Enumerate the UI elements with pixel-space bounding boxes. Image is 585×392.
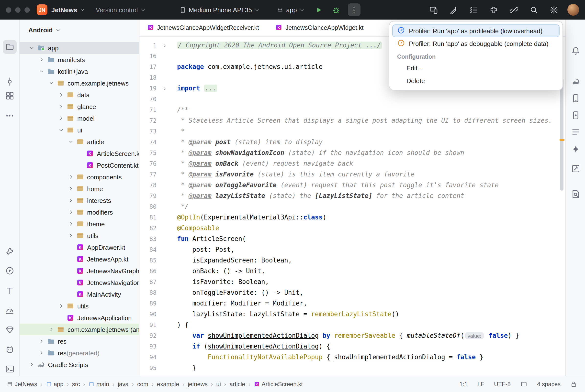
- tree-item-ui[interactable]: ui: [20, 124, 139, 136]
- chevron-right-icon[interactable]: [57, 92, 66, 98]
- gemini-icon[interactable]: [569, 142, 582, 156]
- chevron-right-icon[interactable]: [57, 303, 66, 309]
- line-number[interactable]: 76: [139, 158, 160, 169]
- line-number[interactable]: 78: [139, 180, 160, 190]
- code-line-70[interactable]: 70: [139, 94, 558, 104]
- tree-item-jetnewsapp-kt[interactable]: KJetnewsApp.kt: [20, 253, 139, 265]
- fold-marker-icon[interactable]: [160, 43, 169, 48]
- code-line-90[interactable]: 90 lazyListState: LazyListState = rememb…: [139, 309, 558, 320]
- device-mirroring-icon[interactable]: [427, 4, 440, 16]
- tree-item-utils[interactable]: utils: [20, 230, 139, 242]
- line-number[interactable]: 87: [139, 277, 160, 288]
- breadcrumb-ui[interactable]: ui: [216, 381, 221, 388]
- indent-widget[interactable]: 4 spaces: [537, 381, 560, 388]
- todo-icon[interactable]: [3, 284, 17, 298]
- menu-item-profiler-run-app-as-profileable-low-overhead[interactable]: Profiler: Run 'app' as profileable (low …: [392, 24, 559, 37]
- tree-item-jetnewsnavgraph[interactable]: KJetnewsNavGraph.: [20, 265, 139, 277]
- tree-item-res-generated[interactable]: res (generated): [20, 347, 139, 359]
- code-line-78[interactable]: 78 * @param onToggleFavorite (event) req…: [139, 180, 558, 190]
- line-number[interactable]: 82: [139, 223, 160, 234]
- breadcrumb-java[interactable]: java: [118, 381, 129, 388]
- line-number[interactable]: 93: [139, 341, 160, 352]
- encoding-widget[interactable]: UTF-8: [494, 381, 511, 388]
- tree-item-modifiers[interactable]: modifiers: [20, 206, 139, 218]
- tree-item-jetnewsnavigation[interactable]: KJetnewsNavigation: [20, 277, 139, 288]
- settings-icon[interactable]: [547, 4, 560, 16]
- structure-view-icon[interactable]: [569, 125, 582, 139]
- breadcrumb-com[interactable]: com: [137, 381, 148, 388]
- tree-item-components[interactable]: components: [20, 171, 139, 183]
- chevron-down-icon[interactable]: [28, 45, 36, 51]
- code-line-94[interactable]: 94 FunctionalityNotAvailablePopup { show…: [139, 352, 558, 363]
- code-line-79[interactable]: 79 * @param lazyListState (state) the [L…: [139, 190, 558, 202]
- menu-item-profiler-run-app-as-debuggable-complete-data[interactable]: Profiler: Run 'app' as debuggable (compl…: [392, 37, 559, 50]
- minimize-window-button[interactable]: [15, 7, 21, 12]
- code-line-73[interactable]: 73 *: [139, 126, 558, 137]
- line-number[interactable]: 94: [139, 352, 160, 363]
- line-number[interactable]: 89: [139, 298, 160, 309]
- chevron-right-icon[interactable]: [37, 350, 46, 356]
- breadcrumb-articlescreen-kt[interactable]: KArticleScreen.kt: [254, 381, 303, 388]
- zoom-window-button[interactable]: [25, 7, 30, 12]
- code-line-84[interactable]: 84 post: Post,: [139, 244, 558, 255]
- tree-item-theme[interactable]: theme: [20, 218, 139, 230]
- line-number[interactable]: 72: [139, 115, 160, 126]
- line-number[interactable]: 84: [139, 244, 160, 255]
- line-number[interactable]: 17: [139, 62, 160, 72]
- line-number[interactable]: 85: [139, 255, 160, 266]
- run-button[interactable]: [313, 4, 325, 16]
- code-line-81[interactable]: 81@OptIn(ExperimentalMaterial3Api::class…: [139, 212, 558, 223]
- line-number[interactable]: 92: [139, 330, 160, 341]
- breadcrumb-src[interactable]: src: [72, 381, 80, 388]
- more-icon[interactable]: [3, 109, 17, 123]
- tree-item-postcontent-kt[interactable]: KPostContent.kt: [20, 159, 139, 171]
- vcs-widget[interactable]: Version control: [96, 6, 146, 14]
- code-line-95[interactable]: 95 }: [139, 363, 558, 374]
- editor-tab-jetnewsglanceappwidget-kt[interactable]: KJetnewsGlanceAppWidget.kt: [276, 24, 364, 32]
- code-line-82[interactable]: 82@Composable: [139, 223, 558, 234]
- chevron-right-icon[interactable]: [57, 104, 66, 110]
- line-number[interactable]: 74: [139, 137, 160, 148]
- code-line-83[interactable]: 83fun ArticleScreen(: [139, 234, 558, 244]
- line-number[interactable]: 16: [139, 51, 160, 62]
- chevron-right-icon[interactable]: [67, 233, 75, 238]
- line-number[interactable]: 70: [139, 94, 160, 104]
- code-line-77[interactable]: 77 * @param isFavorite (state) is this i…: [139, 169, 558, 180]
- code-line-86[interactable]: 86 onBack: () -> Unit,: [139, 266, 558, 277]
- breadcrumb-article[interactable]: article: [229, 381, 245, 388]
- code-line-85[interactable]: 85 isExpandedScreen: Boolean,: [139, 255, 558, 266]
- tree-item-data[interactable]: data: [20, 89, 139, 101]
- chevron-right-icon[interactable]: [67, 209, 75, 215]
- profiler-icon[interactable]: [3, 304, 17, 317]
- share-icon[interactable]: [507, 4, 520, 16]
- chevron-down-icon[interactable]: [37, 68, 46, 74]
- breadcrumb-example[interactable]: example: [157, 381, 179, 388]
- tree-item-jetnewsapplication[interactable]: KJetnewsApplication: [20, 312, 139, 324]
- user-avatar[interactable]: [567, 4, 579, 16]
- chevron-right-icon[interactable]: [47, 326, 56, 332]
- line-number[interactable]: 90: [139, 309, 160, 320]
- debug-button[interactable]: [330, 4, 343, 16]
- line-number[interactable]: 83: [139, 234, 160, 244]
- terminal-icon[interactable]: [3, 362, 17, 376]
- project-view-selector[interactable]: Android: [20, 22, 139, 38]
- code-line-88[interactable]: 88 onToggleFavorite: () -> Unit,: [139, 288, 558, 298]
- line-number[interactable]: 86: [139, 266, 160, 277]
- breadcrumb-jetnews[interactable]: JetNews: [7, 381, 37, 388]
- code-line-72[interactable]: 72 * Stateless Article Screen that displ…: [139, 115, 558, 126]
- notifications-icon[interactable]: [569, 44, 582, 58]
- tree-item-glance[interactable]: glance: [20, 101, 139, 112]
- tree-item-interests[interactable]: interests: [20, 194, 139, 206]
- breadcrumb-jetnews[interactable]: jetnews: [188, 381, 208, 388]
- tree-item-home[interactable]: home: [20, 183, 139, 194]
- menu-item-delete[interactable]: Delete: [392, 74, 559, 87]
- tree-item-app[interactable]: app: [20, 42, 139, 54]
- run-tool-icon[interactable]: [3, 264, 17, 278]
- chevron-right-icon[interactable]: [57, 115, 66, 121]
- chevron-down-icon[interactable]: [47, 80, 56, 86]
- code-line-75[interactable]: 75 * @param showNavigationIcon (state) i…: [139, 148, 558, 158]
- search-icon[interactable]: [527, 4, 540, 16]
- tree-item-gradle-scripts[interactable]: Gradle Scripts: [20, 359, 139, 370]
- editor-scrollbar[interactable]: [560, 78, 563, 190]
- tree-item-model[interactable]: model: [20, 112, 139, 124]
